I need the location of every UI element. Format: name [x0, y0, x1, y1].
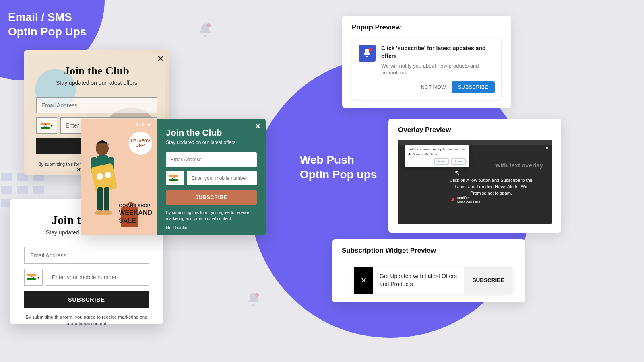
- subscribe-button[interactable]: SUBSCRIBE: [24, 291, 149, 308]
- overlay-browser-stage: ✕ webpush-demo.myshopify.com wants to Sh…: [398, 140, 552, 224]
- country-selector[interactable]: ▾: [166, 171, 184, 185]
- permission-site: webpush-demo.myshopify.com wants to: [408, 148, 466, 151]
- india-flag-icon: [27, 274, 36, 280]
- popup-preview-desc: We will notify you about new products an…: [381, 62, 495, 76]
- phone-input[interactable]: [187, 171, 257, 185]
- optin-popup-variant-2: UP to 50% OFF* GO AND SHOP WEEKAND SALE …: [80, 119, 266, 235]
- popup1-title: Join the Club: [36, 64, 157, 77]
- close-icon[interactable]: ✕: [255, 122, 261, 131]
- subscribe-button[interactable]: SUBSCRIBE: [464, 267, 512, 294]
- bell-icon: [246, 292, 262, 309]
- promo-text: GO AND SHOP WEEKAND SALE: [119, 203, 152, 225]
- bell-icon: [450, 197, 455, 202]
- permission-text: Show notifications: [413, 152, 437, 156]
- popup2-disclaimer: By submitting this form, you agree to re…: [166, 210, 257, 221]
- bell-icon: [408, 153, 411, 156]
- subscribe-button[interactable]: SUBSCRIBE: [166, 190, 257, 205]
- heading-right-line2: OptIn Pop ups: [300, 168, 377, 181]
- email-input[interactable]: [24, 247, 149, 264]
- close-icon[interactable]: ✕: [354, 267, 373, 294]
- svg-point-8: [105, 172, 111, 178]
- popup-preview-panel: Popup Preview Click 'subscribe' for late…: [342, 16, 511, 108]
- no-thanks-link[interactable]: No Thanks.: [166, 225, 188, 230]
- popup2-promo-panel: UP to 50% OFF* GO AND SHOP WEEKAND SALE: [80, 119, 157, 235]
- section-heading-right: Web Push OptIn Pop ups: [300, 153, 377, 182]
- promo-big-line2: SALE: [119, 217, 152, 225]
- svg-point-1: [255, 293, 259, 297]
- promo-big-line1: WEEKAND: [119, 209, 152, 217]
- widget-text: Get Updated with Latest Offers and Produ…: [373, 267, 464, 294]
- heading-right-line1: Web Push: [300, 154, 354, 166]
- svg-point-7: [97, 173, 103, 180]
- svg-point-12: [102, 210, 112, 215]
- native-permission-prompt: webpush-demo.myshopify.com wants to Show…: [405, 145, 469, 167]
- overlay-brand: Notifier Smart Web Push: [450, 196, 480, 204]
- subscribe-button[interactable]: SUBSCRIBE: [452, 81, 495, 93]
- popup-preview-title: Click 'subscribe' for latest updates and…: [381, 45, 495, 60]
- popup-preview-heading: Popup Preview: [352, 23, 502, 31]
- india-flag-icon: [41, 123, 50, 129]
- popup2-subtitle: Stay updated on our latest offers: [166, 140, 257, 145]
- svg-rect-10: [104, 187, 109, 211]
- close-icon[interactable]: ✕: [545, 146, 549, 150]
- subscription-widget: ✕ Get Updated with Latest Offers and Pro…: [354, 267, 512, 294]
- bell-icon: [197, 22, 213, 40]
- email-input[interactable]: [36, 97, 157, 113]
- overlay-message: Click on Allow button and Subscribe to t…: [446, 177, 536, 197]
- popup-preview-card: Click 'subscribe' for latest updates and…: [352, 39, 502, 99]
- chevron-down-icon: ▾: [37, 275, 39, 280]
- carousel-dots: [136, 123, 151, 126]
- popup1-subtitle: Stay updated on our latest offers: [36, 80, 157, 86]
- not-now-button[interactable]: NOT NOW: [421, 84, 446, 90]
- overlay-faded-text: with text overlay: [495, 162, 543, 169]
- overlay-preview-panel: Overlay Preview ✕ webpush-demo.myshopify…: [388, 119, 561, 233]
- popup3-disclaimer: By submitting this form, you agree to re…: [24, 314, 149, 327]
- notification-bell-icon: [359, 45, 376, 62]
- heading-left-line1: Email / SMS: [8, 11, 72, 23]
- country-selector[interactable]: ▾: [36, 117, 57, 134]
- browser-tab-bar: [398, 140, 552, 145]
- chevron-down-icon: ▾: [179, 176, 181, 181]
- notification-badge-icon: [369, 48, 372, 51]
- svg-point-0: [206, 23, 211, 27]
- promo-small-text: GO AND SHOP: [119, 203, 152, 209]
- heading-left-line2: OptIn Pop Ups: [8, 25, 86, 38]
- email-input[interactable]: [166, 152, 257, 167]
- india-flag-icon: [169, 175, 178, 181]
- chevron-down-icon: ▾: [51, 123, 53, 128]
- pointer-arrow-icon: ↖: [454, 169, 460, 177]
- subscription-widget-panel: Subscription Widget Preview ✕ Get Update…: [332, 239, 525, 302]
- allow-button[interactable]: Allow: [434, 158, 449, 165]
- widget-preview-heading: Subscription Widget Preview: [342, 247, 516, 255]
- phone-input[interactable]: [46, 269, 149, 286]
- block-button[interactable]: Block: [451, 158, 466, 165]
- svg-rect-9: [97, 187, 103, 211]
- brand-name: Notifier: [457, 196, 480, 200]
- brand-sub: Smart Web Push: [457, 200, 480, 204]
- overlay-preview-heading: Overlay Preview: [398, 126, 552, 134]
- popup2-form-panel: ✕ Join the Club Stay updated on our late…: [157, 119, 266, 235]
- country-selector[interactable]: ▾: [24, 269, 43, 286]
- section-heading-left: Email / SMS OptIn Pop Ups: [8, 10, 86, 39]
- popup2-title: Join the Club: [166, 128, 257, 138]
